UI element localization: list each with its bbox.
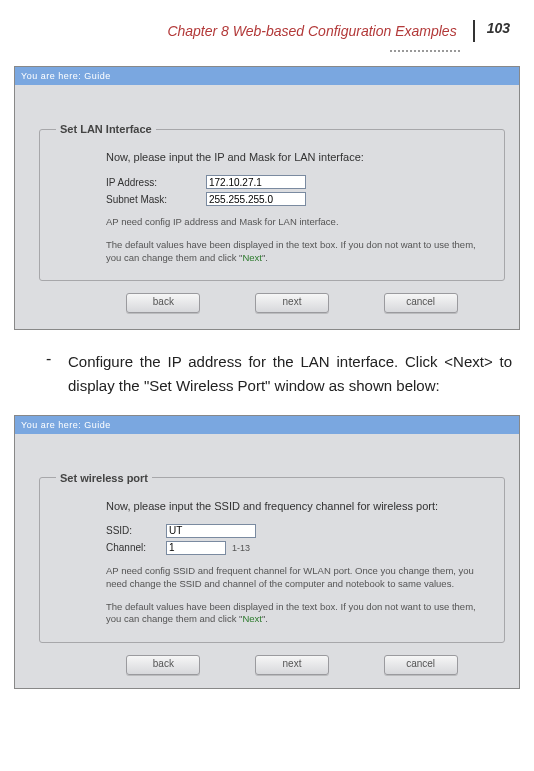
header-divider [14,46,520,52]
note-ap: AP need config SSID and frequent channel… [106,565,488,591]
next-button[interactable]: next [255,293,329,313]
body-text: Configure the IP address for the LAN int… [68,350,512,397]
next-button[interactable]: next [255,655,329,675]
subnet-mask-label: Subnet Mask: [106,194,206,205]
channel-label: Channel: [106,542,166,553]
note-default: The default values have been displayed i… [106,601,488,627]
window-titlebar: You are here: Guide [15,67,519,85]
fieldset-lan: Set LAN Interface Now, please input the … [39,123,505,281]
ssid-label: SSID: [106,525,166,536]
back-button[interactable]: back [126,655,200,675]
back-button[interactable]: back [126,293,200,313]
channel-input[interactable] [166,541,226,555]
intro-text: Now, please input the SSID and frequency… [106,500,488,512]
window-titlebar: You are here: Guide [15,416,519,434]
screenshot-wireless-port: You are here: Guide Set wireless port No… [14,415,520,689]
note-default: The default values have been displayed i… [106,239,488,265]
page-number: 103 [473,20,510,42]
chapter-title: Chapter 8 Web-based Configuration Exampl… [167,23,456,39]
subnet-mask-input[interactable] [206,192,306,206]
bullet-dash: - [46,350,51,368]
page-header: Chapter 8 Web-based Configuration Exampl… [14,20,520,42]
channel-range: 1-13 [232,543,250,553]
fieldset-wireless: Set wireless port Now, please input the … [39,472,505,643]
screenshot-lan-interface: You are here: Guide Set LAN Interface No… [14,66,520,330]
ip-address-input[interactable] [206,175,306,189]
cancel-button[interactable]: cancel [384,655,458,675]
fieldset-legend: Set LAN Interface [56,123,156,135]
ssid-input[interactable] [166,524,256,538]
body-paragraph: - Configure the IP address for the LAN i… [68,350,512,397]
note-ap: AP need config IP address and Mask for L… [106,216,488,229]
cancel-button[interactable]: cancel [384,293,458,313]
ip-address-label: IP Address: [106,177,206,188]
fieldset-legend: Set wireless port [56,472,152,484]
next-hint: Next [242,252,262,263]
next-hint: Next [242,613,262,624]
intro-text: Now, please input the IP and Mask for LA… [106,151,488,163]
